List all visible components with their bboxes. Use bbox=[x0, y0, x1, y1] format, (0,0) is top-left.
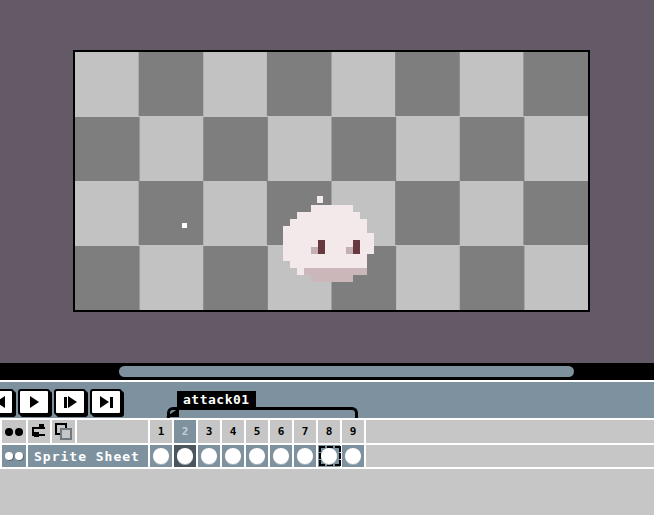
sprite-pixel bbox=[339, 247, 346, 254]
sprite-pixel bbox=[332, 212, 339, 219]
cel-frame-2[interactable] bbox=[174, 445, 198, 467]
sprite-pixel bbox=[339, 205, 346, 212]
preview-canvas[interactable] bbox=[73, 50, 590, 312]
sliders-icon bbox=[31, 423, 48, 440]
transparency-checkerboard bbox=[75, 52, 588, 310]
cel-frame-4[interactable] bbox=[222, 445, 246, 467]
layer-visibility-toggle[interactable] bbox=[2, 445, 28, 467]
frame-header-4[interactable]: 4 bbox=[222, 420, 246, 443]
sprite-pixel bbox=[360, 261, 367, 268]
sprite-pixel bbox=[353, 240, 360, 247]
sprite-pixel bbox=[332, 247, 339, 254]
sprite-pixel bbox=[297, 268, 304, 275]
cel-frame-9[interactable] bbox=[342, 445, 366, 467]
layer-name[interactable]: Sprite Sheet bbox=[28, 445, 150, 467]
cel-frame-8[interactable] bbox=[318, 445, 342, 467]
cel-frame-7[interactable] bbox=[294, 445, 318, 467]
sprite-pixel bbox=[325, 268, 332, 275]
frame-header-2[interactable]: 2 bbox=[174, 420, 198, 443]
sprite-pixel bbox=[332, 240, 339, 247]
sprite-pixel bbox=[367, 240, 374, 247]
frame-header-5[interactable]: 5 bbox=[246, 420, 270, 443]
sprite-pixel bbox=[339, 233, 346, 240]
sprite-pixel bbox=[304, 247, 311, 254]
sprite-pixel bbox=[367, 233, 374, 240]
sprite-pixel bbox=[339, 268, 346, 275]
sprite-pixel bbox=[332, 226, 339, 233]
sprite-pixel bbox=[346, 219, 353, 226]
horizontal-scrollbar-track[interactable] bbox=[0, 363, 654, 380]
cel-thumbnail-icon bbox=[201, 448, 217, 464]
new-frame-button[interactable] bbox=[52, 420, 77, 443]
frame-header-3[interactable]: 3 bbox=[198, 420, 222, 443]
sprite-pixel bbox=[311, 205, 318, 212]
sprite-pixel bbox=[353, 261, 360, 268]
frame-header-1[interactable]: 1 bbox=[150, 420, 174, 443]
lock-icon bbox=[15, 452, 23, 460]
sprite-pixel bbox=[311, 261, 318, 268]
animation-tag[interactable]: attack01 bbox=[177, 391, 256, 409]
sprite-pixel bbox=[297, 219, 304, 226]
sprite-pixel bbox=[346, 247, 353, 254]
sprite-pixel bbox=[297, 233, 304, 240]
next-frame-icon-triangle bbox=[68, 396, 77, 408]
cel-frame-6[interactable] bbox=[270, 445, 294, 467]
timeline-empty-area bbox=[0, 469, 654, 515]
cel-frame-5[interactable] bbox=[246, 445, 270, 467]
sprite-pixel bbox=[304, 233, 311, 240]
sprite-pixel bbox=[332, 261, 339, 268]
sprite-pixel bbox=[311, 212, 318, 219]
onion-skin-button[interactable] bbox=[28, 420, 52, 443]
frame-header-8[interactable]: 8 bbox=[318, 420, 342, 443]
sprite-pixel bbox=[304, 254, 311, 261]
app-window: attack01 123456789 bbox=[0, 0, 654, 515]
sprite-pixel bbox=[283, 254, 290, 261]
sprite-pixel bbox=[332, 233, 339, 240]
timeline-expand-button[interactable] bbox=[2, 420, 28, 443]
cel-frame-3[interactable] bbox=[198, 445, 222, 467]
sprite-pixel bbox=[311, 268, 318, 275]
play-button[interactable] bbox=[18, 389, 50, 415]
sprite-pixel bbox=[346, 261, 353, 268]
cel-thumbnail-icon bbox=[321, 448, 337, 464]
sprite-pixel bbox=[318, 205, 325, 212]
sprite-pixel bbox=[339, 261, 346, 268]
sprite-pixel bbox=[318, 261, 325, 268]
sprite-pixel bbox=[297, 240, 304, 247]
first-frame-button[interactable] bbox=[0, 389, 14, 415]
duplicate-icon bbox=[55, 423, 72, 440]
dot-icon bbox=[5, 428, 13, 436]
sprite-pixel bbox=[311, 226, 318, 233]
pink-particle bbox=[317, 196, 323, 203]
sprite-pixel bbox=[283, 226, 290, 233]
layer-row: Sprite Sheet bbox=[0, 445, 654, 467]
cel-frame-1[interactable] bbox=[150, 445, 174, 467]
sprite-pixel bbox=[325, 275, 332, 282]
cel-thumbnail-icon bbox=[153, 448, 169, 464]
frame-header-6[interactable]: 6 bbox=[270, 420, 294, 443]
sprite-pixel bbox=[311, 247, 318, 254]
sprite-pixel bbox=[325, 226, 332, 233]
sprite-pixel bbox=[346, 254, 353, 261]
sprite-pixel bbox=[332, 219, 339, 226]
sprite-pixel bbox=[304, 240, 311, 247]
frame-header-7[interactable]: 7 bbox=[294, 420, 318, 443]
last-frame-button[interactable] bbox=[90, 389, 122, 415]
frame-header-9[interactable]: 9 bbox=[342, 420, 366, 443]
sprite-pixel bbox=[283, 247, 290, 254]
next-frame-button[interactable] bbox=[54, 389, 86, 415]
sprite-pixel bbox=[360, 233, 367, 240]
sprite-pixel bbox=[353, 212, 360, 219]
sprite-pixel bbox=[367, 247, 374, 254]
sprite-pixel bbox=[290, 261, 297, 268]
sprite-pixel bbox=[325, 219, 332, 226]
sprite-pixel bbox=[318, 254, 325, 261]
sprite-pixel bbox=[297, 254, 304, 261]
sprite-pixel bbox=[311, 275, 318, 282]
sprite-pixel bbox=[318, 212, 325, 219]
horizontal-scrollbar-thumb[interactable] bbox=[119, 366, 574, 377]
sprite-pixel bbox=[304, 212, 311, 219]
sprite-pixel bbox=[318, 275, 325, 282]
sprite-pixel bbox=[325, 261, 332, 268]
sprite-pixel bbox=[318, 219, 325, 226]
